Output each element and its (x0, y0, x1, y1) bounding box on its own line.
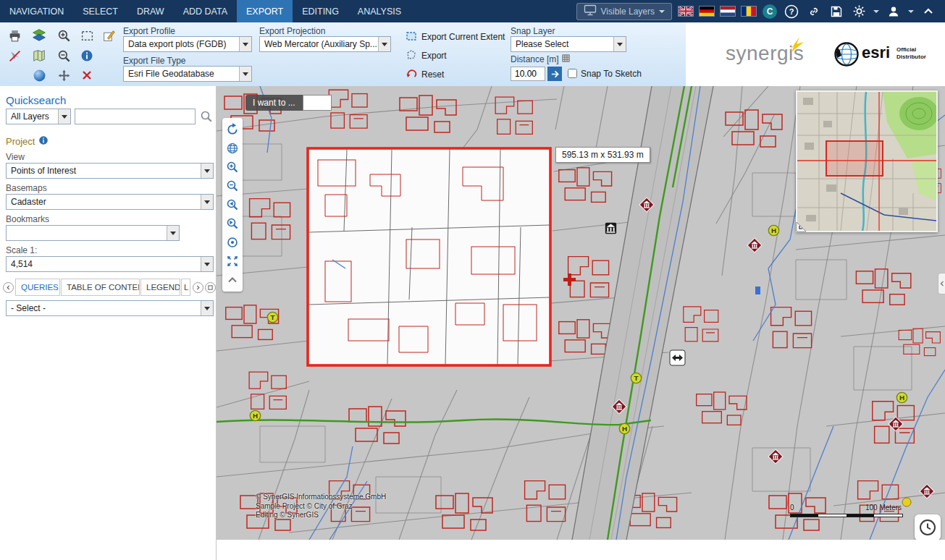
full-extent-icon[interactable] (223, 252, 242, 271)
globe-icon[interactable] (223, 139, 242, 158)
esri-official-label: Official (896, 46, 916, 53)
tram-stop-icon[interactable] (631, 373, 641, 383)
museum-poi-icon[interactable] (605, 223, 616, 234)
blue-marker-icon[interactable] (755, 287, 760, 294)
export-current-extent-button[interactable]: Export Current Extent (406, 30, 505, 44)
view-select[interactable]: Points of Interest (6, 163, 214, 179)
bus-stop-icon[interactable] (768, 225, 778, 235)
tab-select[interactable]: SELECT (73, 0, 127, 22)
collapse-ribbon-icon[interactable] (920, 4, 936, 20)
layered-map-icon[interactable] (29, 26, 49, 45)
basemaps-value: Cadaster (11, 197, 46, 207)
dropdown-arrow-icon (378, 37, 390, 51)
tab-table-of-content[interactable]: TABLE OF CONTENT (61, 279, 140, 296)
pan-tool-icon[interactable] (54, 66, 74, 85)
map-canvas[interactable]: H T (217, 86, 945, 540)
help-icon[interactable]: ? (784, 4, 799, 20)
visible-layers-label: Visible Layers (601, 7, 655, 17)
globe-3d-icon[interactable] (29, 66, 49, 85)
flag-netherlands-icon[interactable] (721, 7, 735, 16)
time-slider-button[interactable] (915, 514, 941, 540)
poi-dot-icon[interactable] (902, 498, 911, 506)
clear-selection-icon[interactable] (4, 46, 25, 65)
flag-uk-icon[interactable] (679, 7, 693, 16)
zoom-out-tool-icon[interactable] (54, 46, 74, 65)
search-scope-select[interactable]: All Layers (6, 109, 71, 124)
user-caret-icon[interactable] (908, 10, 914, 13)
dropdown-arrow-icon (201, 257, 213, 271)
next-extent-icon[interactable] (223, 214, 242, 233)
bus-stop-icon[interactable] (250, 410, 260, 420)
view-value: Points of Interest (11, 166, 76, 176)
flag-romania-icon[interactable] (742, 7, 756, 16)
export-sketch-icon[interactable] (98, 26, 119, 45)
info-icon[interactable] (77, 46, 97, 65)
share-link-icon[interactable] (806, 4, 822, 20)
select-rectangle-icon[interactable] (77, 26, 97, 45)
settings-caret-icon[interactable] (873, 10, 879, 13)
flag-germany-icon[interactable] (700, 7, 714, 16)
i-want-to-input[interactable] (303, 95, 332, 111)
bookmarks-select[interactable] (6, 225, 180, 241)
snap-layer-select[interactable]: Please Select (511, 36, 626, 52)
export-file-type-select[interactable]: Esri File Geodatabase (123, 66, 252, 82)
tab-add-data[interactable]: ADD DATA (174, 0, 237, 22)
snap-to-sketch-checkbox[interactable] (568, 69, 577, 78)
tab-detach-icon[interactable] (205, 282, 216, 293)
zoom-in-icon[interactable] (223, 158, 242, 177)
project-section-label: Project (6, 136, 35, 147)
right-panel-collapse-handle[interactable] (938, 273, 945, 294)
tram-stop-icon[interactable] (267, 312, 277, 322)
tab-scroll-left-icon[interactable] (3, 282, 14, 293)
tab-analysis[interactable]: ANALYSIS (348, 0, 411, 22)
project-info-icon[interactable] (38, 135, 49, 148)
tab-draw[interactable]: DRAW (127, 0, 174, 22)
tab-navigation[interactable]: NAVIGATION (0, 0, 73, 22)
tab-export[interactable]: EXPORT (237, 0, 293, 22)
quicksearch-input[interactable] (75, 109, 196, 124)
save-icon[interactable] (828, 4, 844, 20)
search-icon[interactable] (200, 110, 213, 125)
tab-scroll-right-icon[interactable] (193, 282, 203, 293)
tab-layers-clipped[interactable]: L (181, 279, 190, 296)
scale-select[interactable]: 4,514 (6, 256, 214, 272)
distance-label: Distance [m] (511, 54, 559, 64)
zoom-out-icon[interactable] (223, 177, 242, 195)
overview-toggle-icon[interactable] (796, 219, 809, 234)
overview-map[interactable] (796, 90, 938, 232)
overview-extent-rectangle[interactable] (826, 141, 883, 176)
previous-extent-icon[interactable] (223, 195, 242, 214)
query-select[interactable]: - Select - (6, 300, 214, 316)
scale-value: 4,514 (11, 259, 33, 269)
quicksearch-link[interactable]: Quicksearch (6, 94, 66, 106)
export-projection-select[interactable]: Web Mercator (Auxiliary Sp... (259, 36, 391, 52)
language-icon[interactable]: C (763, 4, 777, 19)
tab-legend[interactable]: LEGEND (140, 279, 180, 296)
refresh-map-icon[interactable] (223, 120, 242, 139)
export-profile-select[interactable]: Data export plots (FGDB) (123, 36, 252, 52)
collapse-toolstrip-icon[interactable] (223, 271, 242, 289)
i-want-to-widget[interactable]: I want to ... (245, 95, 332, 111)
settings-gear-icon[interactable] (851, 4, 867, 20)
i-want-to-label[interactable]: I want to ... (245, 95, 303, 111)
print-icon[interactable] (4, 26, 25, 45)
user-account-icon[interactable] (886, 4, 902, 20)
basemaps-select[interactable]: Cadaster (6, 194, 214, 210)
apply-distance-button[interactable] (547, 67, 562, 81)
delete-sketch-icon[interactable] (77, 66, 97, 85)
visible-layers-dropdown[interactable]: Visible Layers (576, 3, 672, 20)
basemap-icon[interactable] (29, 46, 49, 65)
export-projection-value: Web Mercator (Auxiliary Sp... (264, 39, 377, 49)
export-button[interactable]: Export (406, 48, 447, 63)
center-map-icon[interactable] (223, 233, 242, 252)
zoom-in-tool-icon[interactable] (54, 26, 74, 45)
bus-stop-icon[interactable] (619, 423, 629, 433)
reset-button[interactable]: Reset (406, 67, 444, 82)
distance-input[interactable] (511, 67, 545, 81)
tab-editing[interactable]: EDITING (293, 0, 348, 22)
bus-stop-icon[interactable] (896, 392, 907, 402)
view-label: View (6, 152, 25, 162)
road-width-poi-icon[interactable] (670, 350, 685, 365)
basemaps-label: Basemaps (6, 183, 47, 193)
tab-queries[interactable]: QUERIES (15, 279, 60, 296)
